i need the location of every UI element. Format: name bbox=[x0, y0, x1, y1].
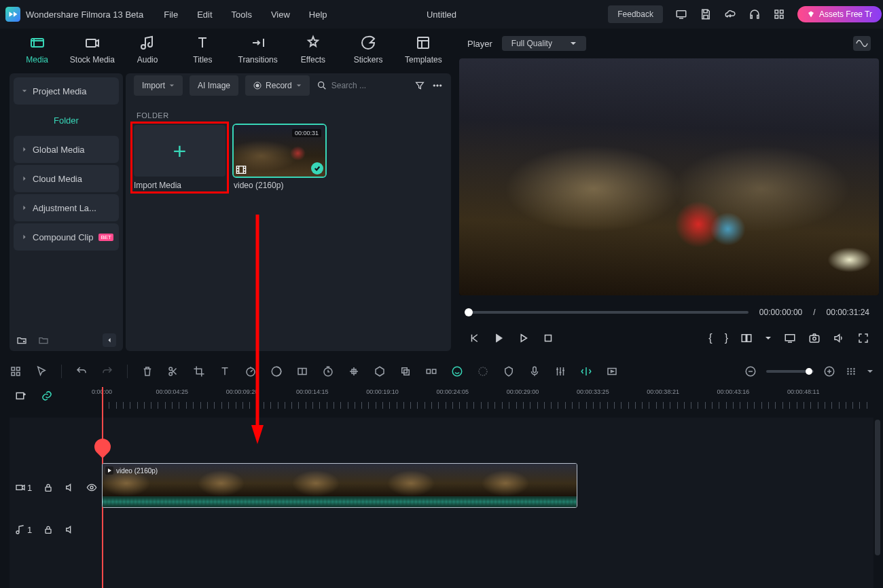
grid-icon[interactable] bbox=[10, 365, 22, 378]
svg-point-47 bbox=[854, 371, 855, 372]
svg-point-13 bbox=[437, 85, 439, 87]
edit-icon[interactable] bbox=[425, 365, 437, 378]
chevron-left-icon bbox=[107, 337, 112, 343]
stop-icon[interactable] bbox=[542, 332, 554, 344]
mark-out-icon[interactable]: } bbox=[725, 332, 728, 344]
collapse-sidebar-button[interactable] bbox=[103, 333, 116, 347]
timeline-clip[interactable]: video (2160p) bbox=[102, 463, 577, 508]
filter-icon[interactable] bbox=[414, 80, 425, 91]
zoom-out-icon[interactable] bbox=[744, 365, 757, 378]
scopes-icon[interactable] bbox=[853, 36, 871, 51]
text-icon[interactable] bbox=[219, 365, 231, 378]
prev-frame-icon[interactable] bbox=[469, 332, 481, 344]
compare-icon[interactable] bbox=[740, 332, 753, 344]
mute-icon[interactable] bbox=[65, 524, 75, 535]
redo-icon[interactable] bbox=[101, 365, 113, 378]
menu-help[interactable]: Help bbox=[309, 10, 327, 20]
duration-icon[interactable] bbox=[322, 365, 334, 378]
mark-in-icon[interactable]: { bbox=[708, 332, 712, 344]
menu-edit[interactable]: Edit bbox=[197, 10, 212, 20]
display-icon[interactable] bbox=[784, 332, 796, 344]
media-video-card[interactable]: 00:00:31 video (2160p) bbox=[234, 125, 325, 190]
assets-free-button[interactable]: Assets Free Tr bbox=[797, 6, 882, 22]
mixer-icon[interactable] bbox=[554, 365, 566, 378]
vertical-scrollbar[interactable] bbox=[875, 420, 880, 555]
lock-icon[interactable] bbox=[43, 524, 54, 535]
new-folder-icon[interactable] bbox=[16, 335, 27, 346]
svg-point-50 bbox=[854, 373, 855, 375]
cursor-icon[interactable] bbox=[35, 365, 48, 378]
sidebar-cloud-media[interactable]: Cloud Media bbox=[14, 165, 119, 192]
view-options-icon[interactable] bbox=[845, 365, 857, 378]
preview-viewport[interactable] bbox=[459, 58, 879, 295]
scrub-thumb[interactable] bbox=[465, 308, 473, 316]
volume-icon[interactable] bbox=[833, 332, 845, 344]
screen-icon[interactable] bbox=[675, 8, 687, 20]
import-dropdown[interactable]: Import bbox=[134, 75, 183, 96]
link-icon[interactable] bbox=[41, 390, 53, 402]
folder-link-icon[interactable] bbox=[38, 335, 49, 346]
transform-icon[interactable] bbox=[399, 365, 412, 378]
sidebar-adjustment-layer[interactable]: Adjustment La... bbox=[14, 194, 119, 221]
tab-titles[interactable]: Titles bbox=[175, 35, 230, 65]
play-icon[interactable] bbox=[518, 332, 530, 344]
audio-icon bbox=[139, 35, 156, 51]
tab-media[interactable]: Media bbox=[10, 35, 65, 65]
sidebar-compound-clip[interactable]: Compound ClipBET bbox=[14, 223, 119, 251]
svg-rect-16 bbox=[545, 335, 552, 342]
delete-icon[interactable] bbox=[141, 365, 154, 378]
search-input[interactable]: Search ... bbox=[317, 80, 408, 91]
play-pause-icon[interactable] bbox=[493, 332, 505, 344]
import-media-card[interactable]: + Import Media bbox=[134, 125, 226, 190]
menu-view[interactable]: View bbox=[271, 10, 290, 20]
lock-icon[interactable] bbox=[43, 482, 54, 493]
undo-icon[interactable] bbox=[75, 365, 88, 378]
save-icon[interactable] bbox=[700, 8, 712, 20]
sidebar-folder[interactable]: Folder bbox=[14, 107, 119, 134]
chevron-down-icon[interactable] bbox=[765, 335, 772, 342]
svg-rect-17 bbox=[742, 335, 746, 342]
tab-templates[interactable]: Templates bbox=[396, 35, 451, 65]
mute-icon[interactable] bbox=[65, 482, 75, 493]
quality-dropdown[interactable]: Full Quality bbox=[502, 36, 586, 51]
keyframe-icon[interactable] bbox=[296, 365, 308, 378]
crop-icon[interactable] bbox=[193, 365, 205, 378]
eye-icon[interactable] bbox=[86, 482, 97, 493]
menu-tools[interactable]: Tools bbox=[232, 10, 252, 20]
ai-image-button[interactable]: AI Image bbox=[190, 75, 238, 96]
chevron-down-icon[interactable] bbox=[867, 368, 873, 375]
marker-icon[interactable] bbox=[503, 365, 515, 378]
capture-frame-icon[interactable] bbox=[606, 365, 618, 378]
more-icon[interactable] bbox=[432, 80, 443, 91]
fullscreen-icon[interactable] bbox=[857, 332, 869, 344]
add-track-icon[interactable] bbox=[15, 390, 27, 402]
smiley-icon[interactable] bbox=[451, 365, 463, 378]
tab-stock-media[interactable]: Stock Media bbox=[65, 35, 120, 65]
sidebar-project-media[interactable]: Project Media bbox=[14, 77, 119, 105]
menu-file[interactable]: File bbox=[164, 10, 178, 20]
tab-stickers[interactable]: Stickers bbox=[341, 35, 396, 65]
tab-audio[interactable]: Audio bbox=[120, 35, 175, 65]
split-icon[interactable] bbox=[167, 365, 179, 378]
zoom-slider[interactable] bbox=[766, 370, 814, 373]
tab-effects[interactable]: Effects bbox=[285, 35, 340, 65]
timeline-ruler[interactable]: 0:00:00 00:00:04:25 00:00:09:20 00:00:14… bbox=[102, 387, 873, 410]
scrub-track[interactable] bbox=[469, 311, 749, 314]
zoom-in-icon[interactable] bbox=[823, 365, 835, 378]
sidebar-global-media[interactable]: Global Media bbox=[14, 136, 119, 163]
record-dropdown[interactable]: Record bbox=[245, 75, 310, 96]
tab-transitions[interactable]: Transitions bbox=[230, 35, 285, 65]
stickers-icon bbox=[360, 35, 376, 51]
speed-icon[interactable] bbox=[245, 365, 257, 378]
sparkle-icon[interactable] bbox=[477, 365, 489, 378]
cloud-icon[interactable] bbox=[724, 8, 736, 20]
apps-icon[interactable] bbox=[773, 8, 785, 20]
snapshot-icon[interactable] bbox=[808, 332, 821, 344]
center-icon[interactable] bbox=[348, 365, 360, 378]
feedback-button[interactable]: Feedback bbox=[608, 5, 663, 23]
color-icon[interactable] bbox=[270, 365, 283, 378]
mic-icon[interactable] bbox=[528, 365, 541, 378]
render-icon[interactable] bbox=[580, 365, 592, 378]
mask-icon[interactable] bbox=[374, 365, 386, 378]
headphones-icon[interactable] bbox=[749, 8, 761, 20]
